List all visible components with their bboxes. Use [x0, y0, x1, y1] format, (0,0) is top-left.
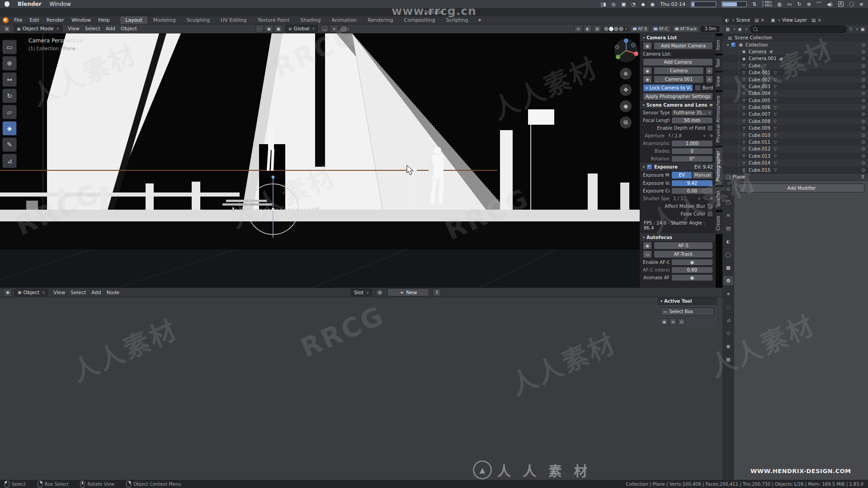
topbar-menu-item[interactable]: Edit — [26, 17, 42, 23]
afc-interval-slider[interactable]: 0.60 — [671, 267, 713, 273]
dropbox-icon[interactable]: ◆ — [641, 1, 645, 7]
active-tool-header[interactable]: ▾Active Tool — [658, 297, 717, 305]
outliner-object-row[interactable]: Cube.006 ⊙ — [722, 104, 868, 111]
exposure-mode-manual-button[interactable]: Manual — [692, 171, 713, 179]
eye-icon[interactable]: ⊙ — [862, 63, 865, 68]
outliner-object-row[interactable]: Cube.014 ⊙ — [722, 160, 868, 166]
slot-dropdown[interactable]: Slot∨ — [351, 289, 372, 296]
menu-bar-clock[interactable]: Thu 02:14 — [660, 1, 685, 7]
show-gizmo-icon[interactable]: ⊙ — [574, 25, 582, 33]
properties-tab-icon[interactable]: ∗ — [723, 289, 733, 298]
perspective-grid-icon[interactable]: ⊞ — [620, 117, 632, 128]
outliner-object-row[interactable]: Cube.012 ⊙ — [722, 145, 868, 152]
properties-tab-icon[interactable]: ▦ — [723, 355, 733, 364]
properties-tab-icon[interactable]: ▢ — [723, 197, 733, 206]
lock-camera-to-view-toggle[interactable]: ⊙ Lock Camera to Vi... — [643, 84, 693, 92]
view-layer-name[interactable]: View Layer — [782, 18, 807, 23]
workspace-tab[interactable]: Modeling — [148, 16, 181, 24]
tool-button-icon[interactable]: ⊕ — [2, 56, 17, 70]
add-camera-button[interactable]: Add Camera — [643, 58, 713, 66]
select-subtract-icon[interactable]: ⊟ — [678, 318, 685, 325]
outliner-object-row[interactable]: Cube.013 ⊙ — [722, 153, 868, 160]
node-editor-menu-item[interactable]: Select — [68, 290, 89, 296]
pan-hand-icon[interactable]: ✥ — [620, 84, 632, 96]
camera-list-header[interactable]: ▾ Camera List — [640, 33, 716, 42]
outliner-object-row[interactable]: Cube.003 ⊙ — [722, 83, 868, 90]
af-s-button[interactable]: AF-S — [630, 25, 650, 33]
shutter-speed-dropdown[interactable]: 1 / 1...∨ — [671, 195, 703, 202]
material-shading-icon[interactable] — [614, 27, 618, 31]
topbar-menu-item[interactable]: File — [10, 17, 26, 23]
node-editor-menu-item[interactable]: Node — [104, 290, 123, 296]
scene-camera-lens-header[interactable]: ▾Scene Camera and Lens ≡ — [640, 101, 716, 109]
eye-icon[interactable]: ⊙ — [862, 119, 865, 124]
clock-app-icon[interactable]: ◔ — [632, 1, 636, 7]
pin-id-icon[interactable]: ⊼ — [861, 174, 864, 179]
updown-arrows-icon[interactable]: ⇅ — [752, 1, 756, 7]
viewport-menu-item[interactable]: Add — [103, 26, 118, 32]
scene-name[interactable]: Scene — [736, 18, 750, 23]
mode-dropdown[interactable]: ▣ Object Mode∨ — [14, 25, 62, 33]
copy-scene-icon[interactable]: ▤ — [755, 18, 759, 23]
border-checkbox[interactable] — [695, 85, 701, 91]
tool-button-icon[interactable]: ↻ — [2, 89, 17, 103]
properties-tab-icon[interactable]: ◐ — [723, 237, 733, 246]
node-editor-menu-item[interactable]: Add — [89, 290, 104, 296]
new-collection-icon[interactable]: ▣ — [861, 27, 865, 32]
af-track-panel-button[interactable]: AF-Track — [654, 250, 713, 258]
filter-id-icon[interactable]: ◉ — [738, 27, 742, 32]
outliner-object-row[interactable]: Cube.008 ⊙ — [722, 118, 868, 125]
exposure-value-slider[interactable]: 9.42 — [671, 180, 713, 187]
creative-cloud-icon[interactable]: ◉ — [651, 1, 655, 7]
eye-icon[interactable]: ⊙ — [862, 42, 865, 47]
workspace-tab[interactable]: Texture Paint — [253, 16, 295, 24]
outliner-object-row[interactable]: Cube.001 ⊙ — [722, 69, 868, 76]
material-preview-icon[interactable]: ◍ — [376, 289, 384, 296]
spotlight-search-icon[interactable] — [849, 2, 854, 7]
preset-list-icon[interactable]: ≡ — [709, 103, 713, 108]
false-color-checkbox[interactable] — [707, 211, 713, 217]
pin-icon[interactable]: ⊼ — [433, 289, 441, 296]
topbar-menu-item[interactable]: Help — [94, 17, 113, 23]
shutter-extra-icon[interactable]: ▭ — [704, 197, 708, 201]
focus-distance-value[interactable]: 3.0m — [701, 26, 720, 32]
properties-tab-icon[interactable]: ≡ — [723, 211, 733, 220]
blender-logo-icon[interactable] — [3, 17, 9, 23]
workspace-tab[interactable]: Animation — [326, 16, 362, 24]
exposure-header[interactable]: ▾ Exposure EV: 9.42 — [640, 163, 716, 171]
apply-photographer-settings-button[interactable]: Apply Photographer Settings — [643, 93, 713, 100]
app-menu-blender[interactable]: Blender — [18, 1, 42, 7]
tool-button-icon[interactable]: ▱ — [2, 105, 17, 119]
properties-tab-icon[interactable]: ⚙ — [723, 276, 733, 285]
camera-icon[interactable]: ◉ — [643, 67, 652, 75]
animate-af-button[interactable]: ◉ — [671, 274, 713, 281]
wifi-icon[interactable]: ⌒ — [816, 0, 821, 8]
active-tool-row[interactable]: ▭ Select Box — [660, 307, 714, 316]
viewport-menu-item[interactable]: View — [65, 26, 82, 32]
shutter-keyframe-icon[interactable]: ⚙ — [710, 197, 713, 201]
snap-magnet-icon[interactable]: ◡ — [321, 25, 329, 33]
af-s-panel-button[interactable]: AF-S — [654, 242, 713, 249]
exposure-checkbox[interactable] — [646, 164, 652, 170]
tool-button-icon[interactable]: ✎ — [2, 137, 17, 152]
rendered-shading-icon[interactable] — [619, 27, 623, 31]
sensor-type-dropdown[interactable]: Fullframe 35...∨ — [671, 109, 713, 116]
camera-name-button[interactable]: Camera.001 — [654, 75, 704, 83]
eye-icon[interactable]: ⊙ — [862, 56, 865, 61]
outliner-object-row[interactable]: Cube.009 ⊙ — [722, 125, 868, 131]
select-mode2-icon[interactable]: ◉ — [265, 25, 273, 33]
eye-icon[interactable]: ⊙ — [862, 91, 865, 96]
add-workspace-button[interactable]: + — [474, 17, 485, 23]
properties-tab-icon[interactable]: ◌ — [723, 302, 733, 311]
outliner-object-row[interactable]: Cube.015 ⊙ — [722, 166, 868, 173]
editor-type-icon[interactable]: ⊞ — [3, 25, 11, 33]
calendar-icon[interactable]: ▣ — [621, 1, 626, 7]
workspace-tab[interactable]: Rendering — [363, 16, 398, 24]
workspace-tab[interactable]: Scripting — [441, 16, 473, 24]
enable-dof-checkbox[interactable] — [707, 125, 713, 131]
battery-gauge-icon[interactable] — [691, 1, 716, 7]
npanel-tab[interactable]: View — [715, 72, 723, 90]
workspace-tab[interactable]: Sculpting — [182, 16, 215, 24]
tool-button-icon[interactable]: ◈ — [2, 121, 17, 136]
proportional-edit-icon[interactable]: ◯ — [340, 25, 348, 33]
